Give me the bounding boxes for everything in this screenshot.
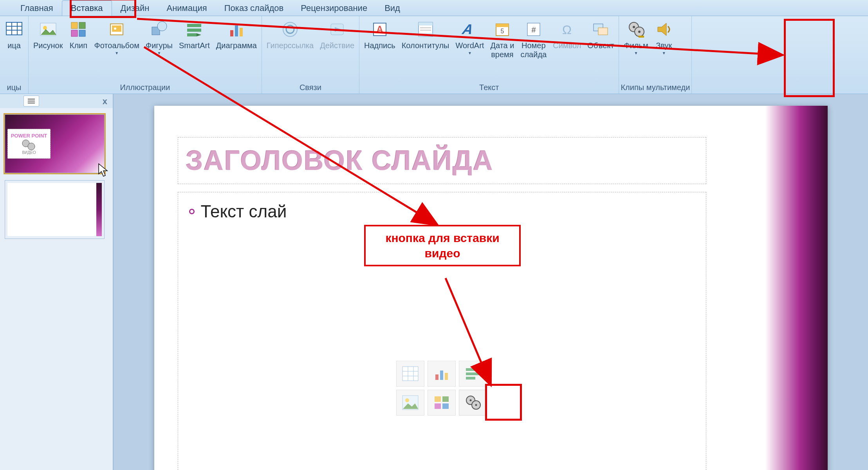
svg-rect-21 (235, 25, 238, 36)
insert-smartart-icon[interactable] (459, 361, 487, 387)
insert-chart-icon[interactable] (428, 361, 456, 387)
sound-button[interactable]: Звук ▼ (651, 18, 677, 56)
svg-rect-41 (598, 28, 608, 35)
svg-text:#: # (531, 25, 536, 34)
menu-tab-slideshow[interactable]: Показ слайдов (216, 1, 292, 16)
svg-rect-46 (639, 36, 644, 38)
insert-clipart-icon[interactable] (428, 390, 456, 416)
symbol-button[interactable]: Ω Символ (550, 18, 584, 51)
slidenum-button[interactable]: # Номер слайда (517, 18, 550, 60)
sound-label: Звук (656, 41, 672, 50)
svg-point-74 (475, 404, 477, 406)
svg-rect-64 (466, 377, 475, 380)
menu-tab-home[interactable]: Главная (12, 1, 62, 16)
photoalbum-label: Фотоальбом (94, 41, 139, 50)
svg-rect-67 (435, 396, 441, 402)
slide-thumb-2[interactable] (5, 180, 105, 239)
picture-button[interactable]: Рисунок (30, 18, 66, 51)
insert-table-icon[interactable] (396, 361, 424, 387)
ribbon-group-links: Гиперссылка Действие Связи (262, 16, 359, 94)
slide-body-text: Текст слай (189, 202, 695, 221)
svg-rect-35 (496, 24, 509, 27)
picture-icon (39, 20, 58, 39)
group-label-text: Текст (361, 81, 617, 93)
chevron-down-icon: ▼ (157, 51, 161, 55)
svg-text:A: A (376, 24, 383, 34)
svg-rect-30 (419, 33, 433, 36)
smartart-icon (185, 20, 204, 39)
svg-rect-63 (466, 372, 480, 375)
svg-text:Ω: Ω (562, 23, 572, 37)
table-icon (5, 20, 23, 39)
movie-icon (627, 20, 646, 39)
textbox-icon: A (370, 20, 389, 39)
headerfooter-label: Колонтитулы (402, 41, 449, 50)
wordart-button[interactable]: A WordArt ▼ (452, 18, 487, 56)
cursor-icon (98, 163, 109, 180)
svg-rect-12 (112, 25, 121, 32)
slide-gradient-sidebar (765, 106, 828, 470)
ribbon-group-media: Фильм ▼ Звук ▼ Клипы мультимеди (619, 16, 692, 94)
chevron-down-icon: ▼ (634, 51, 638, 55)
menu-tab-view[interactable]: Вид (376, 1, 409, 16)
svg-point-23 (283, 22, 297, 36)
datetime-icon: 5 (493, 20, 512, 39)
movie-label: Фильм (624, 41, 648, 50)
hyperlink-icon (281, 20, 300, 39)
slide[interactable]: ЗАГОЛОВОК СЛАЙДА Текст слай (154, 106, 828, 470)
symbol-icon: Ω (558, 20, 576, 39)
svg-point-15 (157, 22, 167, 31)
menu-tab-animation[interactable]: Анимация (158, 1, 215, 16)
textbox-button[interactable]: A Надпись (361, 18, 399, 51)
svg-point-66 (405, 398, 409, 402)
hyperlink-button[interactable]: Гиперссылка (263, 18, 317, 51)
shapes-button[interactable]: Фигуры ▼ (143, 18, 176, 56)
svg-point-13 (114, 27, 116, 30)
svg-point-52 (28, 143, 35, 150)
hyperlink-label: Гиперссылка (267, 41, 314, 50)
smartart-label: SmartArt (179, 41, 210, 50)
wordart-icon: A (460, 20, 479, 39)
menu-tab-insert[interactable]: Вставка (62, 0, 112, 16)
svg-point-73 (469, 400, 471, 401)
clip-icon (69, 20, 88, 39)
clip-button[interactable]: Клип (66, 18, 91, 51)
group-label-tables: ицы (2, 81, 27, 93)
insert-picture-icon[interactable] (396, 390, 424, 416)
svg-rect-61 (445, 373, 448, 380)
svg-rect-7 (71, 22, 78, 29)
photoalbum-button[interactable]: Фотоальбом ▼ (91, 18, 143, 56)
panel-tab-slides[interactable] (23, 96, 39, 107)
svg-point-44 (633, 26, 635, 28)
svg-point-45 (638, 31, 641, 33)
menu-tabs: Главная Вставка Дизайн Анимация Показ сл… (0, 0, 868, 16)
content-placeholder[interactable]: Текст слай (178, 192, 706, 470)
table-button[interactable]: ица (2, 18, 27, 51)
chevron-down-icon: ▼ (662, 51, 666, 55)
menu-tab-review[interactable]: Рецензирование (292, 1, 376, 16)
wordart-label: WordArt (455, 41, 484, 50)
title-placeholder[interactable]: ЗАГОЛОВОК СЛАЙДА (178, 137, 706, 184)
thumbnails: POWER POINT ВИДЕО (0, 108, 113, 245)
svg-marker-19 (197, 33, 201, 36)
movie-button[interactable]: Фильм ▼ (621, 18, 651, 56)
svg-rect-70 (442, 403, 449, 409)
slide-thumb-1[interactable]: POWER POINT ВИДЕО (5, 114, 105, 173)
symbol-label: Символ (553, 41, 581, 50)
svg-rect-62 (466, 368, 480, 371)
slidenum-label: Номер слайда (520, 41, 547, 59)
smartart-button[interactable]: SmartArt (176, 18, 213, 51)
datetime-button[interactable]: 5 Дата и время (487, 18, 517, 60)
svg-text:5: 5 (500, 28, 504, 34)
slidenum-icon: # (524, 20, 543, 39)
shapes-icon (150, 20, 168, 39)
chart-label: Диаграмма (216, 41, 257, 50)
insert-media-icon[interactable] (459, 390, 487, 416)
headerfooter-button[interactable]: Колонтитулы (399, 18, 453, 51)
chart-button[interactable]: Диаграмма (213, 18, 260, 51)
action-button[interactable]: Действие (317, 18, 357, 51)
menu-tab-design[interactable]: Дизайн (112, 1, 158, 16)
svg-rect-60 (440, 371, 443, 380)
object-button[interactable]: Объект (584, 18, 617, 51)
close-panel-button[interactable]: x (103, 96, 107, 107)
